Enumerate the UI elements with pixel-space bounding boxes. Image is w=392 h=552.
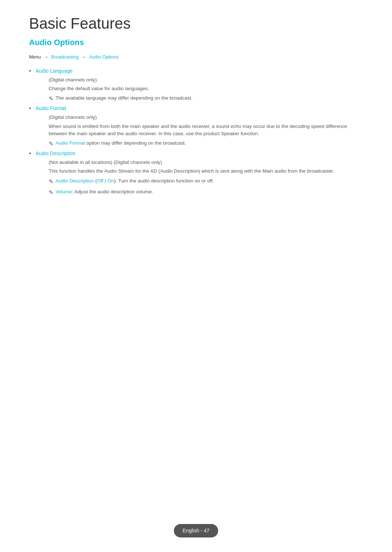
note-icon-1: ✎ [49,94,53,103]
note-icon-2: ✎ [49,140,53,148]
audio-description-off-link[interactable]: Off [97,178,103,184]
audio-format-sub1: (Digital channels only) [49,114,363,121]
volume-note-link[interactable]: Volume [56,189,72,194]
audio-description-sub1: (Not available in all locations) (Digita… [49,159,363,166]
note-icon-3: ✎ [49,177,53,186]
section-title: Audio Options [29,36,363,48]
audio-format-link[interactable]: Audio Format [36,105,66,111]
audio-language-note-line: ✎ The available language may differ depe… [49,94,363,103]
main-title: Basic Features [29,15,363,33]
audio-format-sub2: When sound is emitted from both the main… [49,123,363,138]
audio-description-note-text-1: Audio Description (Off / On): Turn the a… [56,177,363,185]
breadcrumb-arrow-2: → [81,54,87,60]
breadcrumb-menu: Menu [29,54,41,60]
audio-language-sub2: Change the default value for audio langu… [49,85,363,92]
main-list: Audio Language (Digital channels only) C… [29,67,363,197]
audio-language-note-text: The available language may differ depend… [56,94,363,102]
audio-language-block: (Digital channels only) Change the defau… [36,76,363,104]
audio-format-block: (Digital channels only) When sound is em… [36,114,363,148]
footer-bar: English - 47 [174,524,218,537]
audio-format-note-line: ✎ Audio Format option may differ dependi… [49,140,363,148]
breadcrumb-audio-options[interactable]: Audio Options [89,54,119,60]
audio-description-note-text-2: Volume: Adjust the audio description vol… [56,188,363,196]
audio-description-block: (Not available in all locations) (Digita… [36,159,363,197]
list-item-audio-language: Audio Language (Digital channels only) C… [29,67,363,104]
audio-language-sub1: (Digital channels only) [49,76,363,84]
note-icon-4: ✎ [49,188,53,197]
audio-description-link[interactable]: Audio Description [36,150,75,156]
audio-description-sub2: This function handles the Audio Stream f… [49,168,363,175]
audio-format-note-text: Audio Format option may differ depending… [56,140,363,147]
audio-description-note-line-2: ✎ Volume: Adjust the audio description v… [49,188,363,197]
audio-description-note-link[interactable]: Audio Description [56,178,94,184]
audio-description-note-line-1: ✎ Audio Description (Off / On): Turn the… [49,177,363,186]
audio-description-on-link[interactable]: On [107,178,114,184]
breadcrumb-arrow-1: → [44,54,50,60]
audio-format-note-link[interactable]: Audio Format [56,140,85,146]
breadcrumb: Menu → Broadcasting → Audio Options [29,53,363,61]
footer-text: English - 47 [183,528,209,533]
list-item-audio-format: Audio Format (Digital channels only) Whe… [29,105,363,148]
audio-language-link[interactable]: Audio Language [36,68,73,74]
page-container: Basic Features Audio Options Menu → Broa… [0,0,392,227]
breadcrumb-broadcasting[interactable]: Broadcasting [51,54,79,60]
list-item-audio-description: Audio Description (Not available in all … [29,150,363,197]
